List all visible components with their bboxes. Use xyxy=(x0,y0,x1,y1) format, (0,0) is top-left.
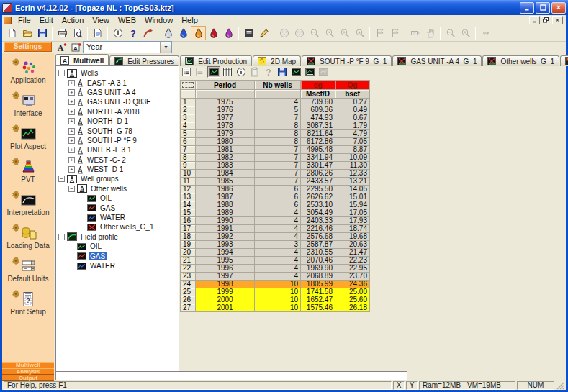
chevron-down-icon[interactable]: ▼ xyxy=(160,42,171,53)
expander-plus-icon[interactable]: + xyxy=(68,147,75,153)
minimize-button[interactable] xyxy=(520,2,534,14)
Qg-cell[interactable]: 25.60 xyxy=(335,296,370,304)
row-number-cell[interactable]: 11 xyxy=(181,178,196,186)
module-purple-drop-icon[interactable] xyxy=(221,26,236,40)
row-number-cell[interactable]: 25 xyxy=(181,288,196,296)
tree-node-unit-b-f-3-1[interactable]: +UNIT B -F 3 1 xyxy=(58,145,178,155)
print-preview-icon[interactable] xyxy=(70,26,85,40)
Qg-cell[interactable]: 12.33 xyxy=(335,170,370,178)
period-cell[interactable]: 1980 xyxy=(196,138,255,146)
qg-cell[interactable]: 3054.49 xyxy=(301,209,335,217)
row-number-cell[interactable]: 7 xyxy=(181,146,196,154)
font-scale-icon[interactable]: A xyxy=(56,42,68,53)
period-cell[interactable]: 1995 xyxy=(196,257,255,265)
Qg-cell[interactable]: 26.18 xyxy=(335,304,370,312)
row-number-cell[interactable]: 22 xyxy=(181,265,196,273)
row-number-cell[interactable]: 10 xyxy=(181,170,196,178)
period-cell[interactable]: 1992 xyxy=(196,233,255,241)
tree-node-other-wells[interactable]: −Other wells xyxy=(58,184,178,193)
tree-node-other-wells-g-1[interactable]: Other wells_G_1 xyxy=(58,222,178,232)
qg-cell[interactable]: 2403.33 xyxy=(301,217,335,225)
tree-node-south-g-78[interactable]: +SOUTH -G 78 xyxy=(58,126,178,135)
nb-wells-cell[interactable]: 6 xyxy=(255,186,301,193)
qg-cell[interactable]: 2433.57 xyxy=(301,178,335,186)
qg-cell[interactable]: 3341.94 xyxy=(301,154,335,162)
mdi-close-icon[interactable]: × xyxy=(552,16,563,24)
menu-action[interactable]: Action xyxy=(58,16,89,25)
row-number-cell[interactable]: 21 xyxy=(181,257,196,265)
period-cell[interactable]: 2001 xyxy=(196,304,255,312)
cumulative-plot-icon[interactable] xyxy=(303,66,316,78)
row-number-cell[interactable]: 16 xyxy=(181,217,196,225)
period-cell[interactable]: 1998 xyxy=(196,281,255,288)
period-cell[interactable]: 1984 xyxy=(196,170,255,178)
tree-node-wells[interactable]: −Wells xyxy=(58,68,178,78)
expander-minus-icon[interactable]: − xyxy=(68,186,75,192)
close-button[interactable]: × xyxy=(551,2,566,14)
nb-wells-cell[interactable]: 4 xyxy=(255,257,301,265)
export-table-icon[interactable] xyxy=(276,66,289,78)
tab-new[interactable]: xnew... xyxy=(560,55,568,66)
column-header-Qg[interactable]: Qg xyxy=(335,81,370,90)
tab-edit-production[interactable]: Edit Production xyxy=(180,55,252,66)
exit-icon[interactable] xyxy=(140,26,155,40)
qg-cell[interactable]: 2068.89 xyxy=(301,273,335,281)
graph-font-icon[interactable]: A xyxy=(71,42,82,53)
nb-wells-cell[interactable]: 4 xyxy=(255,233,301,241)
expander-plus-icon[interactable]: + xyxy=(68,166,75,173)
time-step-select[interactable]: Year ▼ xyxy=(83,41,172,53)
row-number-cell[interactable]: 13 xyxy=(181,193,196,201)
nb-wells-cell[interactable]: 4 xyxy=(255,273,301,281)
Qg-cell[interactable]: 18.74 xyxy=(335,225,370,233)
nb-wells-cell[interactable]: 7 xyxy=(255,154,301,162)
period-cell[interactable]: 1989 xyxy=(196,209,255,217)
show-columns-icon[interactable] xyxy=(221,66,234,78)
nb-wells-cell[interactable]: 7 xyxy=(255,170,301,178)
nb-wells-cell[interactable]: 10 xyxy=(255,281,301,288)
Qg-cell[interactable]: 19.68 xyxy=(335,233,370,241)
period-cell[interactable]: 1985 xyxy=(196,178,255,186)
Qg-cell[interactable]: 15.01 xyxy=(335,193,370,201)
tree-node-water[interactable]: WATER xyxy=(58,261,178,270)
column-header-nb-wells[interactable]: Nb wells xyxy=(255,81,301,90)
expander-plus-icon[interactable]: + xyxy=(68,128,75,135)
row-number-cell[interactable]: 20 xyxy=(181,249,196,257)
expander-plus-icon[interactable]: + xyxy=(68,137,75,144)
nb-wells-cell[interactable]: 8 xyxy=(255,130,301,138)
Qg-cell[interactable]: 20.63 xyxy=(335,241,370,249)
tree-node-well-groups[interactable]: −Well groups xyxy=(58,174,178,183)
nb-wells-cell[interactable]: 10 xyxy=(255,304,301,312)
tree-node-gas[interactable]: GAS xyxy=(58,251,178,260)
nb-wells-cell[interactable]: 6 xyxy=(255,201,301,209)
qg-cell[interactable]: 739.60 xyxy=(301,99,335,106)
report-icon[interactable] xyxy=(90,26,105,40)
period-cell[interactable]: 1983 xyxy=(196,162,255,170)
qg-cell[interactable]: 1741.58 xyxy=(301,288,335,296)
Qg-cell[interactable]: 17.05 xyxy=(335,209,370,217)
period-cell[interactable]: 2000 xyxy=(196,296,255,304)
tree-node-oil[interactable]: OIL xyxy=(58,242,178,251)
period-cell[interactable]: 1999 xyxy=(196,288,255,296)
row-number-cell[interactable]: 5 xyxy=(181,130,196,138)
tree-node-gas-unit-a-4[interactable]: +GAS UNIT -A 4 xyxy=(58,88,178,97)
Qg-cell[interactable]: 1.79 xyxy=(335,122,370,130)
nb-wells-cell[interactable]: 4 xyxy=(255,99,301,106)
expander-minus-icon[interactable]: − xyxy=(58,70,65,76)
nb-wells-cell[interactable]: 4 xyxy=(255,265,301,273)
qg-cell[interactable]: 474.93 xyxy=(301,114,335,122)
tree-node-east-a-3-1[interactable]: +EAST -A 3 1 xyxy=(58,78,178,87)
Qg-cell[interactable]: 21.47 xyxy=(335,249,370,257)
qg-cell[interactable]: 1575.46 xyxy=(301,304,335,312)
qg-cell[interactable]: 2310.55 xyxy=(301,249,335,257)
multiwell-button[interactable]: Multiwell xyxy=(2,362,54,368)
print-icon[interactable] xyxy=(55,26,70,40)
nb-wells-cell[interactable]: 3 xyxy=(255,241,301,249)
period-cell[interactable]: 1979 xyxy=(196,130,255,138)
menu-web[interactable]: WEB xyxy=(114,16,140,25)
tab-other-wells-g-1[interactable]: Other wells_G_1 xyxy=(482,55,559,66)
row-number-cell[interactable]: 14 xyxy=(181,201,196,209)
period-cell[interactable]: 1977 xyxy=(196,114,255,122)
nb-wells-cell[interactable]: 8 xyxy=(255,138,301,146)
tree-node-north-a-2018[interactable]: +NORTH -A 2018 xyxy=(58,107,178,117)
Qg-cell[interactable]: 25.00 xyxy=(335,288,370,296)
